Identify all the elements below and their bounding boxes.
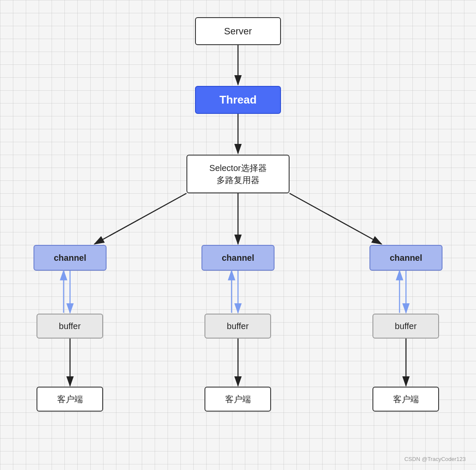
client-node-left: 客户端 [37,387,103,412]
server-label: Server [224,26,252,37]
selector-node: Selector选择器 多路复用器 [186,155,290,193]
channel-node-center: channel [201,245,275,271]
client-center-label: 客户端 [225,394,251,405]
channel-center-label: channel [222,253,254,263]
buffer-center-label: buffer [227,321,249,331]
arrow-selector-to-channel-right [290,193,381,244]
buffer-node-center: buffer [204,314,271,339]
buffer-node-right: buffer [372,314,439,339]
arrow-selector-to-channel-left [95,193,186,244]
client-right-label: 客户端 [393,394,419,405]
client-node-center: 客户端 [204,387,271,412]
channel-node-left: channel [34,245,107,271]
server-node: Server [195,17,281,45]
buffer-left-label: buffer [59,321,81,331]
watermark: CSDN @TracyCoder123 [404,456,466,462]
client-node-right: 客户端 [372,387,439,412]
selector-line2: 多路复用器 [209,174,266,186]
channel-left-label: channel [54,253,86,263]
channel-node-right: channel [369,245,442,271]
selector-line1: Selector选择器 [209,162,266,174]
thread-label: Thread [220,93,257,107]
buffer-right-label: buffer [395,321,417,331]
client-left-label: 客户端 [57,394,83,405]
channel-right-label: channel [390,253,422,263]
buffer-node-left: buffer [37,314,103,339]
thread-node: Thread [195,86,281,114]
